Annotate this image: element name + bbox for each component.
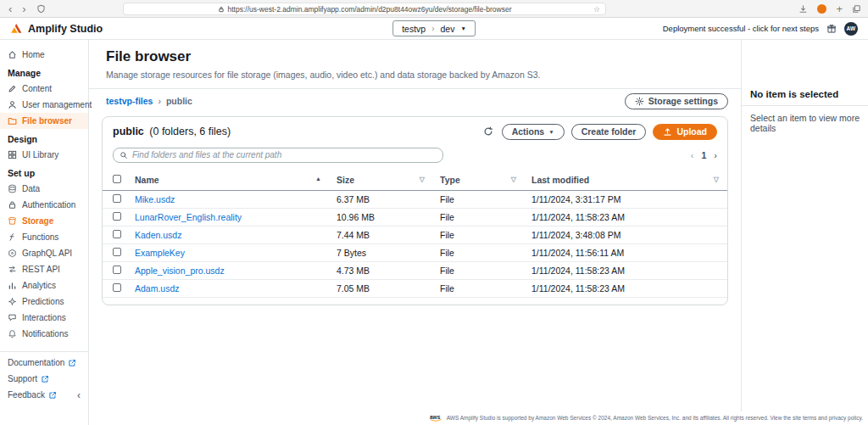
gear-icon xyxy=(635,97,644,106)
sidebar-item-notifications[interactable]: Notifications xyxy=(0,326,88,342)
sidebar-collapse-button[interactable]: ‹ xyxy=(77,390,81,400)
environment-selector[interactable]: testvp › dev ▼ xyxy=(392,20,476,36)
row-checkbox[interactable] xyxy=(113,266,121,274)
column-header-size[interactable]: Size ▽ xyxy=(330,170,433,191)
whats-new-gift-icon[interactable] xyxy=(826,24,837,34)
shield-icon[interactable] xyxy=(36,4,46,14)
file-name-link[interactable]: Mike.usdz xyxy=(135,194,175,204)
file-name-link[interactable]: ExampleKey xyxy=(135,248,185,258)
sort-ascending-icon[interactable]: ▲ xyxy=(315,176,321,182)
pagination-current-page[interactable]: 1 xyxy=(701,150,706,160)
sidebar-item-label: Data xyxy=(22,184,40,193)
sidebar-item-predictions[interactable]: Predictions xyxy=(0,294,88,310)
sidebar-item-label: REST API xyxy=(22,265,60,274)
sidebar-section-design: Design xyxy=(0,131,88,147)
panel-actions: Actions ▼ Create folder Upload xyxy=(481,124,717,140)
brand: Amplify Studio xyxy=(10,22,103,35)
sidebar-item-label: Documentation xyxy=(8,358,64,367)
sidebar-item-functions[interactable]: Functions xyxy=(0,229,88,245)
breadcrumb-current: public xyxy=(166,96,192,106)
sidebar-item-storage[interactable]: Storage xyxy=(0,213,88,229)
extension-badge-icon[interactable] xyxy=(817,4,826,14)
sidebar-item-feedback[interactable]: Feedback ‹ xyxy=(0,387,88,403)
sidebar-item-label: Notifications xyxy=(22,329,68,338)
actions-label: Actions xyxy=(512,126,545,137)
sidebar-item-user-management[interactable]: User management xyxy=(0,97,88,113)
select-all-checkbox[interactable] xyxy=(113,175,121,183)
create-folder-button[interactable]: Create folder xyxy=(571,124,647,140)
user-avatar[interactable]: AW xyxy=(844,22,858,36)
downloads-icon[interactable] xyxy=(798,4,808,14)
file-size: 7.05 MB xyxy=(330,279,433,297)
row-checkbox[interactable] xyxy=(113,194,121,203)
browser-back-button[interactable]: ‹ xyxy=(8,3,12,14)
deployment-status-link[interactable]: Deployment successful - click for next s… xyxy=(663,24,819,33)
column-header-last-modified[interactable]: Last modified ▽ xyxy=(525,170,727,191)
table-row[interactable]: Kaden.usdz 7.44 MB File 1/11/2024, 3:48:… xyxy=(103,226,727,243)
column-header-type[interactable]: Type ▽ xyxy=(433,170,525,191)
sidebar-item-rest-api[interactable]: REST API xyxy=(0,261,88,277)
row-checkbox[interactable] xyxy=(113,230,121,238)
sidebar-item-analytics[interactable]: Analytics xyxy=(0,277,88,294)
column-header-name[interactable]: Name ▲ xyxy=(128,170,330,191)
browser-address-bar[interactable]: https://us-west-2.admin.amplifyapp.com/a… xyxy=(123,3,606,15)
sidebar-section-setup: Set up xyxy=(0,165,88,181)
sidebar-item-home[interactable]: Home xyxy=(0,47,88,63)
sidebar-item-support[interactable]: Support xyxy=(0,371,88,387)
table-row[interactable]: LunarRover_English.reality 10.96 MB File… xyxy=(103,208,727,226)
sidebar-item-label: UI Library xyxy=(22,150,58,159)
file-name-link[interactable]: Apple_vision_pro.usdz xyxy=(135,266,225,276)
sidebar-footer: Documentation Support Feedback ‹ xyxy=(0,351,88,403)
new-tab-icon[interactable]: + xyxy=(836,3,843,14)
sidebar-item-graphql-api[interactable]: GraphQL API xyxy=(0,245,88,261)
tab-overview-icon[interactable] xyxy=(852,4,861,14)
search-input[interactable] xyxy=(132,150,437,159)
sidebar-item-authentication[interactable]: Authentication xyxy=(0,197,88,213)
pagination-next-icon[interactable]: › xyxy=(714,150,717,160)
sidebar-item-file-browser[interactable]: File browser xyxy=(0,113,88,129)
file-name-link[interactable]: LunarRover_English.reality xyxy=(135,212,242,222)
footer-text: AWS Amplify Studio is supported by Amazo… xyxy=(447,415,863,421)
bell-icon xyxy=(8,329,17,338)
table-header-row: Name ▲ Size ▽ Type ▽ xyxy=(103,170,727,191)
hexagon-icon xyxy=(8,249,17,258)
detail-panel-title: No item is selected xyxy=(742,84,868,106)
chat-bubble-icon xyxy=(8,313,17,322)
actions-button[interactable]: Actions ▼ xyxy=(502,124,565,140)
browser-chrome: ‹ › https://us-west-2.admin.amplifyapp.c… xyxy=(0,0,868,18)
search-icon xyxy=(120,151,128,159)
file-type: File xyxy=(433,190,525,208)
row-checkbox[interactable] xyxy=(113,283,121,292)
sidebar-item-data[interactable]: Data xyxy=(0,181,88,197)
page: ‹ › https://us-west-2.admin.amplifyapp.c… xyxy=(0,0,868,425)
column-sort-icon[interactable]: ▽ xyxy=(714,176,719,183)
browser-forward-button[interactable]: › xyxy=(22,3,25,14)
sidebar-item-ui-library[interactable]: UI Library xyxy=(0,147,88,163)
lock-icon xyxy=(8,200,17,210)
table-row[interactable]: ExampleKey 7 Bytes File 1/11/2024, 11:56… xyxy=(103,243,727,261)
row-checkbox[interactable] xyxy=(113,212,121,221)
upload-button[interactable]: Upload xyxy=(653,124,717,140)
sidebar-item-documentation[interactable]: Documentation xyxy=(0,355,88,371)
env-branch-name: dev xyxy=(440,24,454,34)
refresh-button[interactable] xyxy=(481,125,495,138)
sidebar-item-interactions[interactable]: Interactions xyxy=(0,310,88,326)
row-checkbox[interactable] xyxy=(113,248,121,256)
url-text[interactable]: https://us-west-2.admin.amplifyapp.com/a… xyxy=(228,5,512,14)
breadcrumb: testvp-files › public xyxy=(106,96,192,106)
sidebar-item-label: Predictions xyxy=(22,297,64,306)
column-sort-icon[interactable]: ▽ xyxy=(420,176,425,183)
sidebar-item-content[interactable]: Content xyxy=(0,81,88,97)
home-icon xyxy=(8,50,17,59)
table-row[interactable]: Adam.usdz 7.05 MB File 1/11/2024, 11:58:… xyxy=(103,279,727,297)
file-name-link[interactable]: Kaden.usdz xyxy=(135,230,181,240)
file-modified: 1/11/2024, 3:48:08 PM xyxy=(525,226,727,243)
breadcrumb-root-link[interactable]: testvp-files xyxy=(106,96,153,106)
table-row[interactable]: Apple_vision_pro.usdz 4.73 MB File 1/11/… xyxy=(103,261,727,279)
storage-settings-button[interactable]: Storage settings xyxy=(625,93,728,109)
pagination-prev-icon[interactable]: ‹ xyxy=(691,150,694,160)
column-sort-icon[interactable]: ▽ xyxy=(511,176,516,183)
bookmark-star-icon[interactable]: ☆ xyxy=(593,5,600,14)
table-row[interactable]: Mike.usdz 6.37 MB File 1/11/2024, 3:31:1… xyxy=(103,190,727,208)
file-name-link[interactable]: Adam.usdz xyxy=(135,283,180,294)
